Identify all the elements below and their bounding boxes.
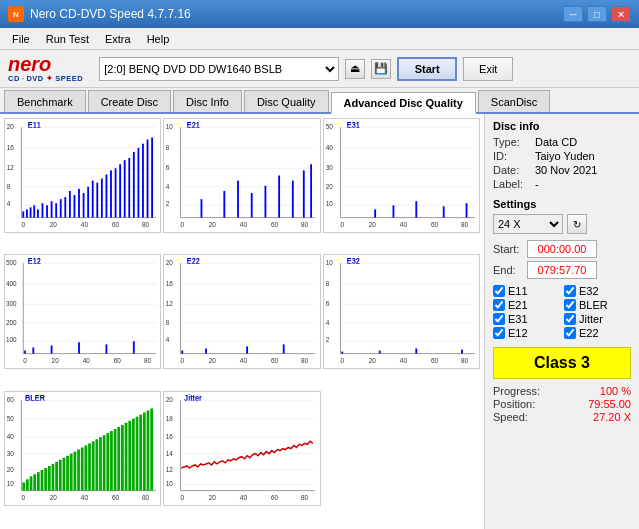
svg-rect-68: [201, 199, 203, 217]
tab-disc-info[interactable]: Disc Info: [173, 90, 242, 112]
start-time-input[interactable]: [527, 240, 597, 258]
svg-rect-19: [22, 211, 24, 217]
svg-rect-101: [5, 255, 160, 368]
menu-extra[interactable]: Extra: [97, 31, 139, 47]
check-e22: E22: [564, 327, 631, 339]
menu-file[interactable]: File: [4, 31, 38, 47]
svg-rect-217: [110, 431, 113, 491]
svg-rect-202: [55, 462, 58, 491]
end-time-input[interactable]: [527, 261, 597, 279]
svg-rect-220: [121, 425, 124, 491]
eject-icon[interactable]: ⏏: [345, 59, 365, 79]
svg-text:0: 0: [181, 493, 185, 500]
svg-rect-224: [136, 416, 139, 490]
checkbox-jitter[interactable]: [564, 313, 576, 325]
checkbox-bler[interactable]: [564, 299, 576, 311]
svg-rect-71: [251, 193, 253, 218]
svg-text:0: 0: [181, 221, 185, 228]
checkbox-e11[interactable]: [493, 285, 505, 297]
refresh-button[interactable]: ↻: [567, 214, 587, 234]
svg-text:8: 8: [166, 143, 170, 150]
svg-rect-30: [69, 191, 71, 218]
svg-rect-75: [303, 170, 305, 217]
check-bler: BLER: [564, 299, 631, 311]
menu-help[interactable]: Help: [139, 31, 178, 47]
svg-rect-76: [311, 164, 313, 217]
svg-text:60: 60: [431, 357, 438, 364]
svg-text:300: 300: [6, 300, 17, 307]
svg-text:60: 60: [112, 221, 119, 228]
svg-text:0: 0: [21, 221, 25, 228]
chart-jitter: 20 18 16 14 12 10 Jitter 0 20 40 60 80: [163, 391, 320, 506]
svg-text:E12: E12: [28, 257, 42, 267]
chart-e22: 20 16 12 8 4 E22 0 20 40 60 80: [163, 254, 320, 369]
close-button[interactable]: ✕: [611, 6, 631, 22]
tab-disc-quality[interactable]: Disc Quality: [244, 90, 329, 112]
charts-area: 20 16 12 8 4 E11 0 20 40 60 80: [0, 114, 484, 529]
svg-rect-205: [66, 455, 69, 490]
checkbox-e22-label: E22: [579, 327, 599, 339]
checkbox-e21[interactable]: [493, 299, 505, 311]
menu-run-test[interactable]: Run Test: [38, 31, 97, 47]
svg-rect-204: [63, 457, 66, 490]
svg-text:60: 60: [7, 396, 14, 403]
exit-button[interactable]: Exit: [463, 57, 513, 81]
svg-rect-194: [26, 479, 29, 490]
check-jitter: Jitter: [564, 313, 631, 325]
checkbox-e22[interactable]: [564, 327, 576, 339]
svg-rect-215: [103, 435, 106, 490]
svg-text:20: 20: [209, 357, 216, 364]
speed-label: Speed:: [493, 411, 528, 423]
tab-create-disc[interactable]: Create Disc: [88, 90, 171, 112]
svg-text:50: 50: [325, 123, 332, 130]
date-row: Date: 30 Nov 2021: [493, 164, 631, 176]
svg-rect-223: [132, 418, 135, 490]
svg-rect-200: [48, 466, 51, 491]
checkbox-e32[interactable]: [564, 285, 576, 297]
checkboxes-grid: E11 E32 E21 BLER E31 Jitter: [493, 285, 631, 339]
svg-rect-222: [128, 420, 131, 490]
svg-rect-35: [92, 181, 94, 218]
start-button[interactable]: Start: [397, 57, 457, 81]
svg-rect-219: [117, 427, 120, 491]
svg-rect-146: [205, 349, 207, 354]
speed-select[interactable]: 24 X: [493, 214, 563, 234]
svg-rect-33: [83, 193, 85, 218]
svg-rect-225: [139, 414, 142, 490]
drive-select[interactable]: [2:0] BENQ DVD DD DW1640 BSLB: [99, 57, 339, 81]
minimize-button[interactable]: ─: [563, 6, 583, 22]
progress-value: 100 %: [600, 385, 631, 397]
save-icon[interactable]: 💾: [371, 59, 391, 79]
svg-text:20: 20: [325, 183, 332, 190]
svg-rect-212: [92, 441, 95, 490]
checkbox-e31[interactable]: [493, 313, 505, 325]
svg-rect-74: [292, 181, 294, 218]
svg-text:6: 6: [325, 300, 329, 307]
svg-text:80: 80: [461, 357, 468, 364]
svg-rect-147: [247, 347, 249, 354]
svg-text:8: 8: [166, 319, 170, 326]
checkbox-e12[interactable]: [493, 327, 505, 339]
settings-title: Settings: [493, 198, 631, 210]
checkbox-bler-label: BLER: [579, 299, 608, 311]
svg-text:60: 60: [112, 493, 119, 500]
tab-scan-disc[interactable]: ScanDisc: [478, 90, 550, 112]
svg-text:4: 4: [166, 183, 170, 190]
svg-text:2: 2: [166, 200, 170, 207]
tab-benchmark[interactable]: Benchmark: [4, 90, 86, 112]
svg-text:80: 80: [142, 493, 149, 500]
svg-text:50: 50: [7, 414, 14, 421]
svg-text:80: 80: [301, 221, 308, 228]
checkbox-e21-label: E21: [508, 299, 528, 311]
maximize-button[interactable]: □: [587, 6, 607, 22]
svg-text:20: 20: [368, 357, 375, 364]
svg-text:30: 30: [7, 449, 14, 456]
label-value: -: [535, 178, 539, 190]
svg-rect-206: [70, 453, 73, 490]
svg-rect-73: [279, 176, 281, 218]
svg-text:2: 2: [325, 336, 329, 343]
nero-logo-text: nero: [8, 54, 51, 74]
chart-e32: 10 8 6 4 2 E32 0 20 40 60 80: [323, 254, 480, 369]
tab-advanced-disc-quality[interactable]: Advanced Disc Quality: [331, 92, 476, 114]
svg-text:E22: E22: [187, 257, 201, 267]
